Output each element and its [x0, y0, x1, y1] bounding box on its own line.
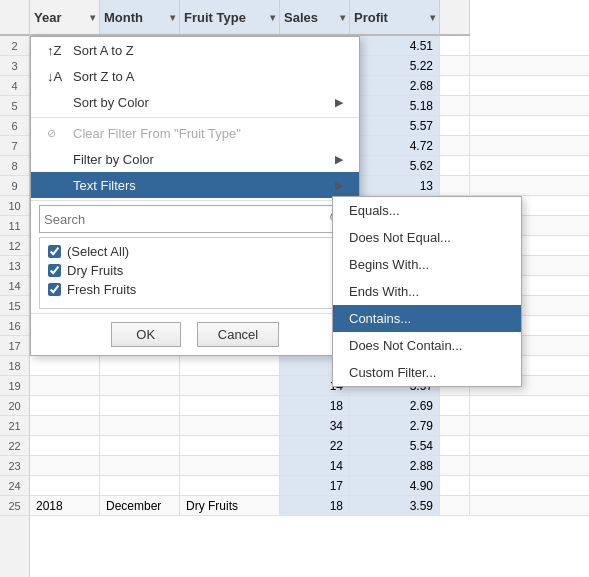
cell-f-2 [440, 36, 470, 55]
cell-f-20 [440, 396, 470, 415]
cell-a-19 [30, 376, 100, 395]
search-input[interactable] [44, 212, 329, 227]
cell-b-21 [100, 416, 180, 435]
row-num-24: 24 [0, 476, 29, 496]
cell-e-21: 2.79 [350, 416, 440, 435]
col-header-sales[interactable]: Sales ▾ [280, 0, 350, 34]
sort-az-item[interactable]: ↑Z Sort A to Z [31, 37, 359, 63]
cell-f-3 [440, 56, 470, 75]
cell-a-18 [30, 356, 100, 375]
row-num-header [0, 0, 29, 36]
checkbox-list: (Select All) Dry Fruits Fresh Fruits [39, 237, 351, 309]
text-filters-submenu[interactable]: Equals... Does Not Equal... Begins With.… [332, 196, 522, 387]
search-box[interactable]: 🔍 [39, 205, 351, 233]
row-num-11: 11 [0, 216, 29, 236]
filter-color-label: Filter by Color [73, 152, 154, 167]
dialog-buttons: OK Cancel [31, 313, 359, 355]
row-num-13: 13 [0, 256, 29, 276]
col-header-month[interactable]: Month ▾ [100, 0, 180, 34]
sort-az-icon: ↑Z [47, 43, 67, 58]
sort-by-color-item[interactable]: Sort by Color ▶ [31, 89, 359, 115]
cell-f-6 [440, 116, 470, 135]
cell-b-19 [100, 376, 180, 395]
cell-b-23 [100, 456, 180, 475]
ok-button[interactable]: OK [111, 322, 181, 347]
text-filters-item[interactable]: Text Filters ▶ [31, 172, 359, 198]
separator-2 [31, 200, 359, 201]
cell-f-21 [440, 416, 470, 435]
col-header-year[interactable]: Year ▾ [30, 0, 100, 34]
row-num-12: 12 [0, 236, 29, 256]
cell-e-3: 5.22 [350, 56, 440, 75]
text-filters-label: Text Filters [73, 178, 136, 193]
col-header-fruittype[interactable]: Fruit Type ▾ [180, 0, 280, 34]
row-num-22: 22 [0, 436, 29, 456]
filter-color-arrow: ▶ [335, 153, 343, 166]
row-num-25: 25 [0, 496, 29, 516]
row-num-21: 21 [0, 416, 29, 436]
cell-a-25: 2018 [30, 496, 100, 515]
cell-e-24: 4.90 [350, 476, 440, 495]
checkbox-fresh-fruits[interactable]: Fresh Fruits [44, 280, 346, 299]
col-year-arrow[interactable]: ▾ [90, 12, 95, 23]
cell-e-2: 4.51 [350, 36, 440, 55]
col-header-profit[interactable]: Profit ▾ [350, 0, 440, 34]
separator-1 [31, 117, 359, 118]
checkbox-dry-fruits-input[interactable] [48, 264, 61, 277]
cell-c-19 [180, 376, 280, 395]
submenu-begins-with[interactable]: Begins With... [333, 251, 521, 278]
filter-dropdown[interactable]: ↑Z Sort A to Z ↓A Sort Z to A Sort by Co… [30, 36, 360, 356]
submenu-contains-label: Contains... [349, 311, 411, 326]
checkbox-select-all-input[interactable] [48, 245, 61, 258]
checkbox-select-all[interactable]: (Select All) [44, 242, 346, 261]
cell-f-8 [440, 156, 470, 175]
text-filters-arrow: ▶ [335, 179, 343, 192]
cell-b-25: December [100, 496, 180, 515]
cell-e-20: 2.69 [350, 396, 440, 415]
row-num-23: 23 [0, 456, 29, 476]
clear-filter-item[interactable]: ⊘ Clear Filter From "Fruit Type" [31, 120, 359, 146]
cell-d-20: 18 [280, 396, 350, 415]
cell-d-21: 34 [280, 416, 350, 435]
cell-f-9 [440, 176, 470, 195]
row-num-20: 20 [0, 396, 29, 416]
submenu-not-contain-label: Does Not Contain... [349, 338, 462, 353]
cell-d-24: 17 [280, 476, 350, 495]
row-num-16: 16 [0, 316, 29, 336]
submenu-begins-with-label: Begins With... [349, 257, 429, 272]
cell-a-22 [30, 436, 100, 455]
col-month-arrow[interactable]: ▾ [170, 12, 175, 23]
table-row: 2018DecemberDry Fruits183.59 [30, 496, 589, 516]
cell-a-23 [30, 456, 100, 475]
col-fruittype-arrow[interactable]: ▾ [270, 12, 275, 23]
sort-color-label: Sort by Color [73, 95, 149, 110]
cell-b-24 [100, 476, 180, 495]
submenu-custom-filter[interactable]: Custom Filter... [333, 359, 521, 386]
cell-f-5 [440, 96, 470, 115]
table-row: 174.90 [30, 476, 589, 496]
row-num-7: 7 [0, 136, 29, 156]
col-sales-arrow[interactable]: ▾ [340, 12, 345, 23]
col-profit-arrow[interactable]: ▾ [430, 12, 435, 23]
checkbox-dry-fruits-label: Dry Fruits [67, 263, 123, 278]
cell-f-7 [440, 136, 470, 155]
row-num-19: 19 [0, 376, 29, 396]
submenu-not-equal[interactable]: Does Not Equal... [333, 224, 521, 251]
submenu-equals[interactable]: Equals... [333, 197, 521, 224]
checkbox-fresh-fruits-input[interactable] [48, 283, 61, 296]
submenu-contains[interactable]: Contains... [333, 305, 521, 332]
cell-d-23: 14 [280, 456, 350, 475]
col-year-label: Year [34, 10, 61, 25]
row-num-17: 17 [0, 336, 29, 356]
cell-c-21 [180, 416, 280, 435]
checkbox-dry-fruits[interactable]: Dry Fruits [44, 261, 346, 280]
sort-za-item[interactable]: ↓A Sort Z to A [31, 63, 359, 89]
filter-by-color-item[interactable]: Filter by Color ▶ [31, 146, 359, 172]
cancel-button[interactable]: Cancel [197, 322, 279, 347]
cell-b-18 [100, 356, 180, 375]
col-sales-label: Sales [284, 10, 318, 25]
table-row: 142.88 [30, 456, 589, 476]
submenu-ends-with[interactable]: Ends With... [333, 278, 521, 305]
submenu-not-contain[interactable]: Does Not Contain... [333, 332, 521, 359]
cell-c-25: Dry Fruits [180, 496, 280, 515]
